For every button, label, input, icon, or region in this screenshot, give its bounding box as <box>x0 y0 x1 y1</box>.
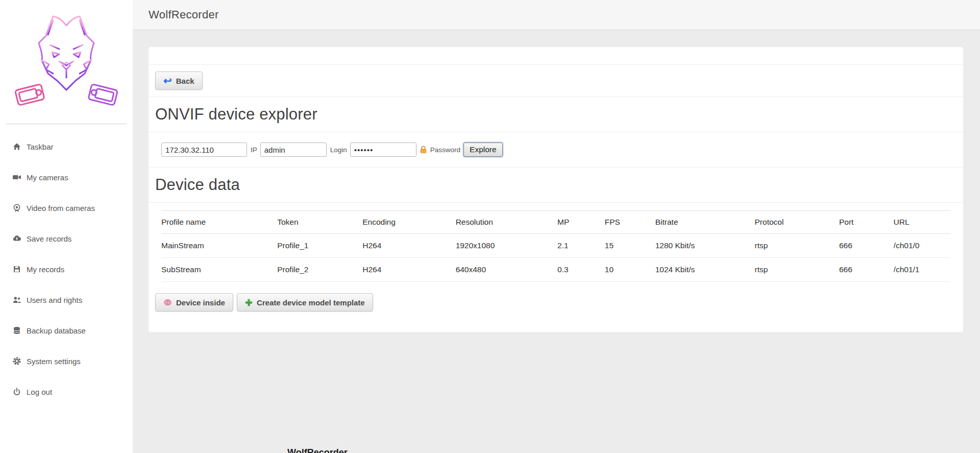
login-label: Login <box>330 146 347 154</box>
users-icon <box>12 295 21 304</box>
device-data-title-row: Device data <box>149 168 963 203</box>
explorer-form: IP Login Password Explore <box>149 132 963 168</box>
cell-profile-name: MainStream <box>161 234 277 258</box>
cell-encoding: H264 <box>362 234 455 258</box>
sidebar-item-log-out[interactable]: Log out <box>0 376 133 407</box>
login-input[interactable] <box>260 142 327 157</box>
create-template-label: Create device model template <box>257 298 365 307</box>
column-header-resolution: Resolution <box>456 211 557 234</box>
back-row: ↩ Back <box>149 65 963 97</box>
sidebar-item-save-records[interactable]: Save records <box>0 223 133 254</box>
sidebar-item-my-cameras[interactable]: My cameras <box>0 162 133 193</box>
sidebar-item-label: Log out <box>27 388 52 396</box>
column-header-protocol: Protocol <box>755 211 839 234</box>
sidebar-item-label: Backup database <box>27 326 86 335</box>
cell-url: /ch01/0 <box>894 234 950 258</box>
device-profiles-table: Profile name Token Encoding Resolution M… <box>161 210 950 282</box>
table-header-row: Profile name Token Encoding Resolution M… <box>161 211 950 234</box>
sidebar-item-label: My cameras <box>27 173 68 182</box>
home-icon <box>12 142 21 151</box>
column-header-mp: MP <box>557 211 605 234</box>
database-icon <box>12 326 21 335</box>
cell-token: Profile_1 <box>277 234 362 258</box>
sidebar-item-label: System settings <box>27 357 81 366</box>
cell-bitrate: 1024 Kbit/s <box>655 258 755 282</box>
lock-icon <box>420 146 427 154</box>
cell-resolution: 1920x1080 <box>456 234 557 258</box>
main-body: ↩ Back ONVIF device explorer IP Login <box>133 30 980 453</box>
power-icon <box>12 387 21 396</box>
device-inside-label: Device inside <box>176 298 225 307</box>
main-area: WolfRecorder ↩ Back ONVIF device explore… <box>133 0 980 453</box>
cell-resolution: 640x480 <box>456 258 557 282</box>
floppy-icon <box>12 265 21 274</box>
footer-partial-text: WolfRecorder <box>287 447 348 453</box>
app-title: WolfRecorder <box>149 8 219 21</box>
brain-icon <box>163 299 172 306</box>
cell-port: 666 <box>839 234 894 258</box>
column-header-token: Token <box>277 211 362 234</box>
column-header-fps: FPS <box>605 211 655 234</box>
cell-protocol: rtsp <box>755 234 839 258</box>
actions-row: Device inside Create device model templa… <box>149 282 963 332</box>
sidebar-menu: Taskbar My cameras Video from cameras Sa… <box>0 129 133 407</box>
table-row: MainStream Profile_1 H264 1920x1080 2.1 … <box>161 234 950 258</box>
password-label: Password <box>430 146 460 154</box>
wolf-logo-art <box>8 12 125 114</box>
back-arrow-icon: ↩ <box>163 76 172 86</box>
plus-icon <box>245 299 253 306</box>
sidebar-item-video-from-cameras[interactable]: Video from cameras <box>0 193 133 223</box>
sidebar-item-taskbar[interactable]: Taskbar <box>0 131 133 162</box>
webcam-icon <box>12 203 21 212</box>
device-inside-button[interactable]: Device inside <box>155 293 233 312</box>
cell-url: /ch01/1 <box>894 258 950 282</box>
device-data-title: Device data <box>155 176 957 194</box>
cell-encoding: H264 <box>362 258 455 282</box>
column-header-profile-name: Profile name <box>161 211 277 234</box>
cell-profile-name: SubStream <box>161 258 277 282</box>
column-header-encoding: Encoding <box>362 211 455 234</box>
topbar: WolfRecorder <box>133 0 980 30</box>
sidebar-divider <box>6 124 127 124</box>
table-row: SubStream Profile_2 H264 640x480 0.3 10 … <box>161 258 950 282</box>
sidebar-item-label: Taskbar <box>27 142 54 151</box>
back-button-label: Back <box>176 77 194 85</box>
sidebar-item-label: Save records <box>27 234 71 243</box>
sidebar-item-label: My records <box>27 265 64 274</box>
sidebar-item-users-and-rights[interactable]: Users and rights <box>0 284 133 315</box>
sidebar-item-backup-database[interactable]: Backup database <box>0 315 133 346</box>
ip-input[interactable] <box>161 142 247 157</box>
cell-protocol: rtsp <box>755 258 839 282</box>
wolfrecorder-app: Taskbar My cameras Video from cameras Sa… <box>0 0 980 453</box>
explore-button[interactable]: Explore <box>463 142 503 157</box>
card-top-strip <box>149 47 963 65</box>
cell-port: 666 <box>839 258 894 282</box>
content-card: ↩ Back ONVIF device explorer IP Login <box>149 47 963 332</box>
sidebar-item-label: Users and rights <box>27 296 82 304</box>
sidebar-item-system-settings[interactable]: System settings <box>0 346 133 376</box>
onvif-explorer-title-row: ONVIF device explorer <box>149 97 963 132</box>
password-input[interactable] <box>350 142 416 157</box>
cell-token: Profile_2 <box>277 258 362 282</box>
back-button[interactable]: ↩ Back <box>155 71 203 90</box>
column-header-url: URL <box>894 211 950 234</box>
create-device-model-template-button[interactable]: Create device model template <box>237 293 373 312</box>
cell-fps: 10 <box>605 258 655 282</box>
sidebar-item-label: Video from cameras <box>27 204 95 212</box>
cell-mp: 2.1 <box>557 234 605 258</box>
ip-label: IP <box>251 146 257 154</box>
sidebar-item-my-records[interactable]: My records <box>0 254 133 284</box>
cell-fps: 15 <box>605 234 655 258</box>
cell-mp: 0.3 <box>557 258 605 282</box>
video-camera-icon <box>12 173 21 182</box>
cloud-download-icon <box>12 234 21 243</box>
gear-icon <box>12 356 21 366</box>
sidebar: Taskbar My cameras Video from cameras Sa… <box>0 0 133 453</box>
column-header-port: Port <box>839 211 894 234</box>
cell-bitrate: 1280 Kbit/s <box>655 234 755 258</box>
column-header-bitrate: Bitrate <box>655 211 755 234</box>
wolf-logo <box>0 0 133 114</box>
device-profiles-table-zone: Profile name Token Encoding Resolution M… <box>149 203 963 282</box>
onvif-explorer-title: ONVIF device explorer <box>155 105 957 124</box>
